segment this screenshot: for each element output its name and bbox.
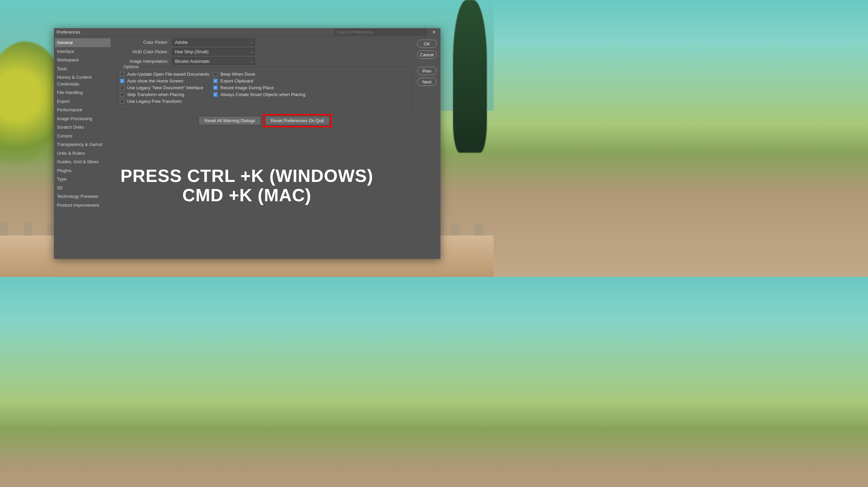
options-group: Options Auto-Update Open File-based Docu…: [116, 67, 412, 110]
sidebar-item-file-handling[interactable]: File Handling: [55, 88, 111, 97]
sidebar-item-general[interactable]: General: [55, 38, 111, 47]
option-resize-image-during-place[interactable]: Resize Image During Place: [213, 85, 305, 90]
option-label: Export Clipboard: [220, 78, 253, 83]
cancel-button[interactable]: Cancel: [417, 51, 437, 59]
sidebar-item-type[interactable]: Type: [55, 175, 111, 184]
checkbox-icon: [120, 79, 124, 83]
sidebar-item-performance[interactable]: Performance: [55, 106, 111, 114]
option-label: Beep When Done: [220, 72, 255, 77]
chevron-down-icon: ⌄: [250, 50, 253, 54]
sidebar-item-plugins[interactable]: Plugins: [55, 166, 111, 175]
chevron-down-icon: ⌄: [250, 59, 253, 63]
option-label: Always Create Smart Objects when Placing: [220, 92, 305, 97]
chevron-down-icon: ⌄: [250, 40, 253, 44]
hud-picker-dropdown[interactable]: Hue Strip (Small) ⌄: [172, 48, 255, 55]
option-label: Auto show the Home Screen: [127, 78, 183, 83]
sidebar-item-transparency-gamut[interactable]: Transparency & Gamut: [55, 140, 111, 149]
sidebar-item-interface[interactable]: Interface: [55, 47, 111, 56]
sidebar-item-scratch-disks[interactable]: Scratch Disks: [55, 123, 111, 132]
option-auto-update-open-file-based-do[interactable]: Auto-Update Open File-based Documents: [120, 72, 210, 77]
option-label: Skip Transform when Placing: [127, 92, 184, 97]
option-label: Use Legacy Free Transform: [127, 99, 182, 104]
option-use-legacy-free-transform[interactable]: Use Legacy Free Transform: [120, 99, 210, 104]
next-button[interactable]: Next: [417, 78, 437, 86]
titlebar: Preferences ×: [54, 28, 440, 36]
reset-warnings-button[interactable]: Reset All Warning Dialogs: [199, 116, 261, 125]
interpolation-dropdown[interactable]: Bicubic Automatic ⌄: [172, 57, 255, 65]
checkbox-icon: [120, 92, 124, 97]
option-use-legacy-new-document-interf[interactable]: Use Legacy "New Document" Interface: [120, 85, 210, 90]
option-beep-when-done[interactable]: Beep When Done: [213, 72, 305, 77]
option-label: Auto-Update Open File-based Documents: [127, 72, 209, 77]
options-legend: Options: [121, 64, 141, 69]
reset-preferences-button[interactable]: Reset Preferences On Quit: [265, 116, 330, 125]
sidebar-item-3d[interactable]: 3D: [55, 184, 111, 192]
color-picker-label: Color Picker:: [116, 40, 172, 45]
option-skip-transform-when-placing[interactable]: Skip Transform when Placing: [120, 92, 210, 97]
search-input[interactable]: [335, 29, 427, 35]
ok-button[interactable]: OK: [417, 40, 437, 48]
sidebar-item-history-content-credentials[interactable]: History & Content Credentials: [55, 73, 111, 88]
checkbox-icon: [120, 99, 124, 104]
checkbox-icon: [120, 72, 124, 76]
hud-picker-label: HUD Color Picker:: [116, 49, 172, 54]
sidebar-item-cursors[interactable]: Cursors: [55, 132, 111, 141]
option-label: Use Legacy "New Document" Interface: [127, 85, 203, 90]
hud-picker-value: Hue Strip (Small): [175, 49, 209, 54]
option-export-clipboard[interactable]: Export Clipboard: [213, 78, 305, 83]
interpolation-value: Bicubic Automatic: [175, 59, 210, 64]
sidebar-item-tools[interactable]: Tools: [55, 64, 111, 73]
sidebar-item-image-processing[interactable]: Image Processing: [55, 114, 111, 123]
option-auto-show-the-home-screen[interactable]: Auto show the Home Screen: [120, 78, 210, 83]
sidebar-item-export[interactable]: Export: [55, 97, 111, 106]
sidebar-item-technology-previews[interactable]: Technology Previews: [55, 192, 111, 201]
prev-button[interactable]: Prev: [417, 67, 437, 75]
checkbox-icon: [213, 72, 218, 76]
close-icon[interactable]: ×: [430, 29, 438, 36]
option-label: Resize Image During Place: [220, 85, 274, 90]
color-picker-value: Adobe: [175, 40, 188, 45]
dialog-title: Preferences: [57, 30, 80, 35]
sidebar: GeneralInterfaceWorkspaceToolsHistory & …: [54, 36, 112, 259]
checkbox-icon: [213, 86, 218, 90]
main-panel: Color Picker: Adobe ⌄ HUD Color Picker: …: [112, 36, 417, 259]
sidebar-item-guides-grid-slices[interactable]: Guides, Grid & Slices: [55, 157, 111, 166]
dialog-buttons: OK Cancel Prev Next: [417, 36, 440, 259]
sidebar-item-units-rulers[interactable]: Units & Rulers: [55, 149, 111, 158]
color-picker-dropdown[interactable]: Adobe ⌄: [172, 38, 255, 46]
checkbox-icon: [213, 92, 218, 97]
interpolation-label: Image Interpolation:: [116, 59, 172, 64]
sidebar-item-product-improvement[interactable]: Product Improvement: [55, 201, 111, 210]
checkbox-icon: [120, 86, 124, 90]
sidebar-item-workspace[interactable]: Workspace: [55, 56, 111, 64]
option-always-create-smart-objects-wh[interactable]: Always Create Smart Objects when Placing: [213, 92, 305, 97]
preferences-dialog: Preferences × GeneralInterfaceWorkspaceT…: [54, 28, 440, 259]
checkbox-icon: [213, 79, 218, 83]
